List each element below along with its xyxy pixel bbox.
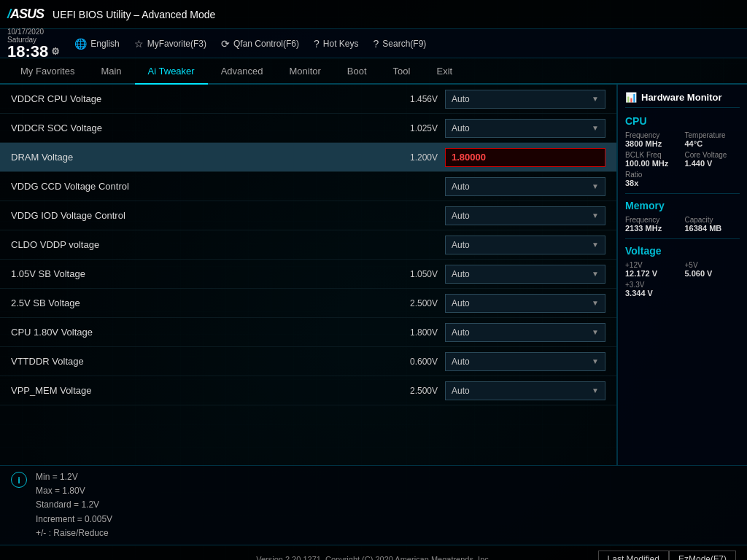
monitor-icon: 📊 <box>625 92 637 103</box>
memory-data-grid: Frequency 2133 MHz Capacity 16384 MB <box>625 216 740 233</box>
language-label: English <box>90 39 119 49</box>
footer: Version 2.20.1271. Copyright (C) 2020 Am… <box>0 545 747 560</box>
dropdown-sb-105[interactable]: Auto▼ <box>445 265 605 284</box>
tab-main[interactable]: Main <box>88 58 134 85</box>
myfavorite-button[interactable]: ☆ MyFavorite(F3) <box>134 38 206 50</box>
info-icon: i <box>11 472 27 488</box>
voltage-row-cldo-vddp[interactable]: CLDO VDDP voltageAuto▼ <box>0 230 616 260</box>
voltage-name-sb-25: 2.5V SB Voltage <box>11 298 379 308</box>
hw-monitor-title: 📊 Hardware Monitor <box>625 92 740 108</box>
search-label: Search(F9) <box>382 39 426 49</box>
volt-5v: +5V 5.060 V <box>685 261 740 278</box>
dropdown-sb-25[interactable]: Auto▼ <box>445 294 605 313</box>
voltage-row-vpp-mem[interactable]: VPP_MEM Voltage2.500VAuto▼ <box>0 376 616 405</box>
datetime: 10/17/2020 Saturday 18:38 ⚙ <box>7 28 60 60</box>
settings-icon[interactable]: ⚙ <box>51 47 60 56</box>
tab-monitor[interactable]: Monitor <box>276 58 334 85</box>
favorite-icon: ☆ <box>134 38 144 50</box>
footer-version: Version 2.20.1271. Copyright (C) 2020 Am… <box>256 555 491 560</box>
dropdown-vddg-iod[interactable]: Auto▼ <box>445 206 605 225</box>
voltage-section-title: Voltage <box>625 245 740 257</box>
voltage-control-vpp-mem[interactable]: Auto▼ <box>445 381 605 400</box>
voltage-control-cldo-vddp[interactable]: Auto▼ <box>445 236 605 254</box>
voltage-control-cpu-18[interactable]: Auto▼ <box>445 323 605 342</box>
voltage-row-sb-25[interactable]: 2.5V SB Voltage2.500VAuto▼ <box>0 289 616 318</box>
voltage-control-vddcr-cpu[interactable]: Auto▼ <box>445 90 605 109</box>
hotkeys-button[interactable]: ? Hot Keys <box>314 38 358 50</box>
header-bar: /ASUS UEFI BIOS Utility – Advanced Mode <box>0 0 747 29</box>
voltage-value-sb-25: 2.500V <box>379 298 438 308</box>
tab-my-favorites[interactable]: My Favorites <box>7 58 88 85</box>
tab-ai-tweaker[interactable]: Ai Tweaker <box>135 58 208 85</box>
mem-cap-label: Capacity 16384 MB <box>685 216 740 233</box>
voltage-name-vddcr-soc: VDDCR SOC Voltage <box>11 122 379 133</box>
dropdown-vpp-mem[interactable]: Auto▼ <box>445 381 605 400</box>
nav-tabs: My Favorites Main Ai Tweaker Advanced Mo… <box>0 58 747 85</box>
dropdown-vddg-ccd[interactable]: Auto▼ <box>445 177 605 196</box>
voltage-data-grid: +12V 12.172 V +5V 5.060 V +3.3V 3.344 V <box>625 261 740 298</box>
voltage-value-cpu-18: 1.800V <box>379 327 438 338</box>
voltage-row-vddg-iod[interactable]: VDDG IOD Voltage ControlAuto▼ <box>0 201 616 230</box>
tab-exit[interactable]: Exit <box>423 58 465 85</box>
voltage-value-dram: 1.200V <box>379 152 438 163</box>
cpu-freq-label: Frequency 3800 MHz <box>625 131 681 148</box>
content-area: VDDCR CPU Voltage1.456VAuto▼VDDCR SOC Vo… <box>0 85 617 465</box>
voltage-name-sb-105: 1.05V SB Voltage <box>11 268 379 279</box>
dropdown-vttddr[interactable]: Auto▼ <box>445 352 605 371</box>
search-button[interactable]: ? Search(F9) <box>374 38 427 50</box>
language-icon: 🌐 <box>74 38 87 50</box>
voltage-control-vddg-iod[interactable]: Auto▼ <box>445 206 605 225</box>
voltage-value-vpp-mem: 2.500V <box>379 386 438 396</box>
last-modified-button[interactable]: Last Modified <box>598 551 669 560</box>
date-display: 10/17/2020 Saturday <box>7 28 60 44</box>
dropdown-vddcr-soc[interactable]: Auto▼ <box>445 119 605 138</box>
time-display: 18:38 ⚙ <box>7 44 60 60</box>
fan-icon: ⟳ <box>221 38 230 50</box>
tab-advanced[interactable]: Advanced <box>208 58 276 85</box>
hw-divider-1 <box>625 193 740 194</box>
tab-tool[interactable]: Tool <box>380 58 424 85</box>
info-text: Min = 1.2VMax = 1.80VStandard = 1.2VIncr… <box>36 470 112 540</box>
voltage-row-vttddr[interactable]: VTTDDR Voltage0.600VAuto▼ <box>0 347 616 376</box>
voltage-value-vddcr-soc: 1.025V <box>379 123 438 133</box>
voltage-name-vddg-ccd: VDDG CCD Voltage Control <box>11 181 379 192</box>
main-layout: VDDCR CPU Voltage1.456VAuto▼VDDCR SOC Vo… <box>0 85 747 465</box>
tab-boot[interactable]: Boot <box>334 58 380 85</box>
voltage-row-vddcr-cpu[interactable]: VDDCR CPU Voltage1.456VAuto▼ <box>0 85 616 114</box>
voltage-control-sb-105[interactable]: Auto▼ <box>445 265 605 284</box>
myfavorite-label: MyFavorite(F3) <box>147 39 206 49</box>
dropdown-cldo-vddp[interactable]: Auto▼ <box>445 236 605 254</box>
mem-freq-label: Frequency 2133 MHz <box>625 216 681 233</box>
search-icon: ? <box>374 38 379 50</box>
cpu-section-title: CPU <box>625 115 740 127</box>
voltage-control-dram[interactable]: 1.80000 <box>445 148 605 167</box>
qfan-button[interactable]: ⟳ Qfan Control(F6) <box>221 38 299 50</box>
voltage-row-cpu-18[interactable]: CPU 1.80V Voltage1.800VAuto▼ <box>0 318 616 347</box>
voltage-row-vddcr-soc[interactable]: VDDCR SOC Voltage1.025VAuto▼ <box>0 114 616 143</box>
voltage-name-vpp-mem: VPP_MEM Voltage <box>11 385 379 396</box>
voltage-value-vttddr: 0.600V <box>379 357 438 367</box>
memory-section-title: Memory <box>625 200 740 211</box>
voltage-row-dram[interactable]: DRAM Voltage1.200V1.80000 <box>0 143 616 172</box>
volt-33v: +3.3V 3.344 V <box>625 281 681 298</box>
voltage-value-vddcr-cpu: 1.456V <box>379 94 438 104</box>
ez-mode-button[interactable]: EzMode(F7) <box>669 551 736 560</box>
voltage-control-vddcr-soc[interactable]: Auto▼ <box>445 119 605 138</box>
input-dram[interactable]: 1.80000 <box>445 148 605 167</box>
dropdown-vddcr-cpu[interactable]: Auto▼ <box>445 90 605 109</box>
voltage-name-vttddr: VTTDDR Voltage <box>11 356 379 367</box>
voltage-name-cpu-18: CPU 1.80V Voltage <box>11 327 379 338</box>
topbar: 10/17/2020 Saturday 18:38 ⚙ 🌐 English ☆ … <box>0 29 747 58</box>
info-bar: i Min = 1.2VMax = 1.80VStandard = 1.2VIn… <box>0 465 747 545</box>
asus-logo: /ASUS <box>7 7 44 22</box>
hotkeys-label: Hot Keys <box>323 39 359 49</box>
voltage-row-sb-105[interactable]: 1.05V SB Voltage1.050VAuto▼ <box>0 260 616 289</box>
dropdown-cpu-18[interactable]: Auto▼ <box>445 323 605 342</box>
hw-divider-2 <box>625 238 740 239</box>
language-button[interactable]: 🌐 English <box>74 38 119 50</box>
voltage-name-cldo-vddp: CLDO VDDP voltage <box>11 239 379 250</box>
voltage-control-sb-25[interactable]: Auto▼ <box>445 294 605 313</box>
voltage-control-vddg-ccd[interactable]: Auto▼ <box>445 177 605 196</box>
voltage-row-vddg-ccd[interactable]: VDDG CCD Voltage ControlAuto▼ <box>0 172 616 201</box>
voltage-control-vttddr[interactable]: Auto▼ <box>445 352 605 371</box>
